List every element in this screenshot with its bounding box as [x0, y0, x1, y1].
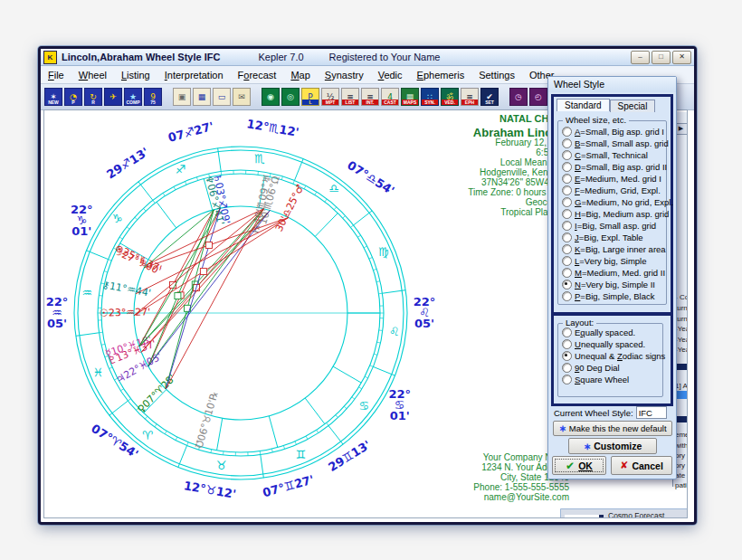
layout-option[interactable]: Unequally spaced.	[558, 338, 662, 350]
menu-synastry[interactable]: Synastry	[318, 68, 371, 82]
synastry-icon[interactable]: ∷SYN.	[421, 88, 439, 106]
radio-selected-icon	[562, 280, 572, 289]
menu-ephemeris[interactable]: Ephemeris	[410, 68, 472, 82]
save-icon[interactable]: ▦	[193, 88, 211, 106]
email-icon[interactable]: ✉	[233, 88, 251, 106]
wheel-size-option[interactable]: G=Medium, No grid, Expl.	[558, 196, 666, 208]
relocate-icon[interactable]: ✈	[104, 88, 122, 106]
sign-boundary	[328, 426, 343, 445]
house-cusp-label: 22°♋01'	[388, 387, 411, 422]
wheel-size-option-label: F=Medium, Grid, Expl.	[575, 185, 661, 195]
menu-settings[interactable]: Settings	[471, 68, 522, 82]
menu-file[interactable]: File	[41, 68, 71, 82]
zodiac-sign-glyph: ♐	[176, 163, 186, 176]
layout-option[interactable]: Unequal & Zodiac signs	[558, 350, 662, 362]
menu-vedic[interactable]: Vedic	[371, 68, 410, 82]
degree-tick	[358, 387, 361, 389]
time-tools-icon[interactable]: ◴	[529, 88, 547, 106]
wheel-size-option[interactable]: E=Medium, Med. grid I	[558, 173, 666, 185]
layout-option[interactable]: Equally spaced.	[558, 327, 662, 338]
copy-icon[interactable]: ▣	[173, 88, 191, 106]
degree-tick	[185, 181, 186, 185]
layout-option-label: Equally spaced.	[575, 327, 635, 337]
maps-icon[interactable]: ▦MAPS	[401, 88, 419, 106]
aspect-line	[148, 210, 214, 366]
degree-tick	[357, 235, 360, 237]
current-wheel-style-input[interactable]	[636, 406, 667, 419]
wheel-size-option[interactable]: A=Small, Big asp. grid I	[558, 126, 666, 138]
vedic-icon[interactable]: ॐVED.	[441, 88, 459, 106]
desktop-background: K Lincoln,Abraham Wheel Style IFC Kepler…	[0, 0, 742, 560]
maximize-button[interactable]: □	[652, 51, 671, 64]
customize-button[interactable]: ∗ Customize	[568, 438, 657, 454]
company-info-line: Phone: 1-555-555-5555	[397, 482, 569, 492]
house-cusp-label: 22°♌05'	[414, 295, 436, 330]
clock-icon[interactable]: ◷	[509, 88, 528, 106]
midpoint-icon[interactable]: ½MPT	[321, 88, 339, 106]
menu-interpretation[interactable]: Interpretation	[157, 68, 231, 82]
make-default-label: Make this the new default	[569, 423, 667, 433]
aspect-glyph-marker	[200, 269, 206, 275]
ephemeris-icon[interactable]: ≡EPH	[461, 88, 479, 106]
current-wheel-style-row: Current Wheel Style:	[554, 406, 667, 419]
composite-icon[interactable]: ★COMP	[124, 88, 142, 106]
sign-boundary	[109, 401, 128, 415]
degree-tick	[128, 399, 130, 401]
company-info-block: Your Company Name1234 N. Your AddressCit…	[397, 452, 569, 502]
wheel-size-option[interactable]: J=Big, Expl. Table	[558, 232, 666, 243]
sign-boundary	[86, 251, 108, 260]
tab-special[interactable]: Special	[610, 100, 656, 112]
numbers-icon[interactable]: 975	[144, 88, 162, 106]
menu-wheel[interactable]: Wheel	[71, 68, 114, 82]
layout-group: Layout: Equally spaced.Unequally spaced.…	[557, 323, 663, 397]
new-chart-icon[interactable]: ✶NEW	[44, 88, 62, 106]
wheel-size-option[interactable]: C=Small, Technical	[558, 149, 666, 161]
layout-option[interactable]: Square Wheel	[558, 374, 662, 385]
print-icon[interactable]: ▭	[213, 88, 231, 106]
registered-text: Registered to Your Name	[329, 52, 441, 62]
wheel-size-option[interactable]: I=Big, Small asp. grid	[558, 220, 666, 232]
x-icon: ✘	[620, 460, 628, 471]
wheel-size-option[interactable]: K=Big, Large inner area	[558, 243, 666, 255]
wheel2-icon[interactable]: ◎	[281, 88, 300, 106]
zodiac-sign-glyph: ♉	[216, 459, 227, 472]
dialog-title[interactable]: Wheel Style	[548, 77, 676, 92]
close-button[interactable]: ✕	[672, 51, 691, 64]
minimize-button[interactable]: –	[631, 51, 650, 64]
progressed-icon[interactable]: ◔P	[64, 88, 82, 106]
chart-info-line: Time Zone: 0 hours West	[397, 187, 569, 197]
layout-option[interactable]: 90 Deg Dial	[558, 362, 662, 374]
wheel-size-option[interactable]: L=Very big, Simple	[558, 255, 666, 267]
wheel-size-option[interactable]: B=Small, Small asp. grid	[558, 138, 666, 149]
degree-tick	[365, 376, 368, 378]
wheel-size-option[interactable]: M=Medium, Med. grid II	[558, 267, 666, 279]
wheel-size-option-label: I=Big, Small asp. grid	[575, 221, 656, 231]
radio-icon	[562, 162, 572, 172]
radio-icon	[562, 209, 572, 219]
settings-icon[interactable]: ✔SET	[480, 88, 499, 106]
menu-map[interactable]: Map	[283, 68, 317, 82]
zodiac-sign-glyph: ♎	[328, 182, 339, 195]
wheel-size-option[interactable]: P=Big, Simple, Black	[558, 290, 666, 302]
return-icon[interactable]: ↻R	[84, 88, 102, 106]
wheel-size-option[interactable]: D=Small, Big asp. grid II	[558, 161, 666, 173]
chart-info-line: Hodgenville, Kentucky	[397, 167, 569, 177]
interpretation-icon[interactable]: ≡INT.	[361, 88, 379, 106]
cast-icon[interactable]: 4CAST	[381, 88, 399, 106]
ok-button[interactable]: ✔ OK	[552, 456, 606, 475]
menu-forecast[interactable]: Forecast	[231, 68, 284, 82]
cancel-button[interactable]: ✘ Cancel	[611, 456, 672, 475]
list-icon[interactable]: ≡LIST	[341, 88, 359, 106]
tab-standard[interactable]: Standard	[556, 99, 610, 111]
page-layout-icon[interactable]: PL	[301, 88, 319, 106]
make-default-button[interactable]: ∗ Make this the new default	[553, 421, 672, 436]
degree-tick	[283, 446, 284, 450]
title-bar[interactable]: K Lincoln,Abraham Wheel Style IFC Kepler…	[41, 49, 694, 66]
wheel-size-option[interactable]: N=Very big, Simple II	[558, 279, 666, 290]
house-cusp-line	[333, 366, 361, 383]
wheel-icon[interactable]: ◉	[262, 88, 280, 106]
menu-listing[interactable]: Listing	[114, 68, 157, 82]
wheel-size-option[interactable]: H=Big, Medium asp. grid	[558, 208, 666, 220]
degree-tick	[211, 450, 212, 453]
wheel-size-option[interactable]: F=Medium, Grid, Expl.	[558, 185, 666, 196]
